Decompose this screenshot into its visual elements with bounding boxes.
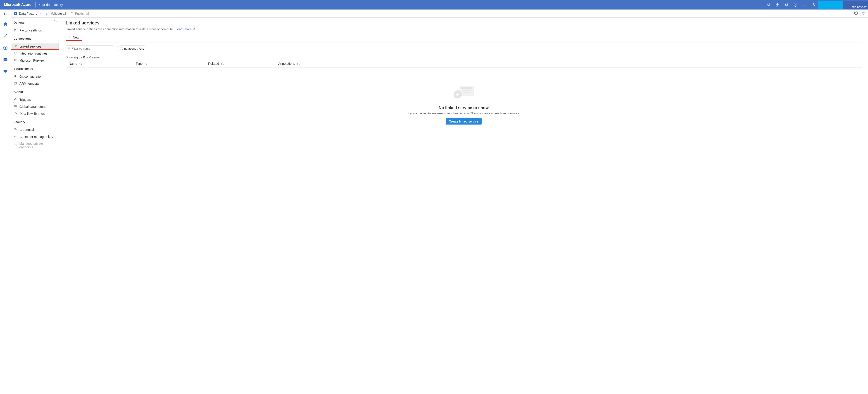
factory-icon xyxy=(13,28,17,32)
rail-learn-icon[interactable] xyxy=(2,67,9,75)
annotations-value: Any xyxy=(139,47,144,50)
col-annotations[interactable]: Annotations ↑↓ xyxy=(278,62,328,65)
section-security-title: Security xyxy=(11,117,59,125)
help-icon[interactable] xyxy=(800,0,809,9)
svg-rect-24 xyxy=(461,87,472,89)
scope-picker[interactable]: Data Factory xyxy=(13,12,42,16)
resource-crumb[interactable]: Your-data-factory xyxy=(35,3,66,6)
col-name[interactable]: Name ↑↓ xyxy=(66,62,136,65)
nav-linked-services[interactable]: Linked services xyxy=(11,43,59,50)
sort-icon[interactable]: ↑↓ xyxy=(79,62,82,65)
sort-icon[interactable]: ↑↓ xyxy=(144,62,148,65)
account-tile-tenant[interactable]: MICROSOFT xyxy=(843,1,868,9)
nav-factory-settings[interactable]: Factory settings xyxy=(11,27,59,34)
result-count: Showing 0 - 0 of 0 items xyxy=(66,55,862,59)
copilot-icon[interactable] xyxy=(773,0,782,9)
create-linked-service-button[interactable]: Create linked service xyxy=(446,118,482,124)
new-button[interactable]: ＋ New xyxy=(66,34,82,41)
nav-dataflow-libraries[interactable]: Data flow libraries xyxy=(11,110,59,117)
delete-button[interactable] xyxy=(862,11,865,16)
annotations-filter[interactable]: Annotations : Any xyxy=(118,46,147,51)
nav-label: Global parameters xyxy=(20,105,45,109)
learn-more-link[interactable]: Learn more xyxy=(176,27,195,31)
refresh-button[interactable] xyxy=(854,11,858,16)
sort-icon[interactable]: ↑↓ xyxy=(221,62,224,65)
bolt-icon xyxy=(13,97,17,102)
chevron-down-icon xyxy=(39,12,42,15)
validate-all-label: Validate all xyxy=(51,12,66,16)
person-icon xyxy=(13,128,17,132)
nav-triggers[interactable]: Triggers xyxy=(11,96,59,103)
svg-point-13 xyxy=(16,53,17,53)
left-rail xyxy=(0,9,11,394)
svg-rect-26 xyxy=(462,92,471,93)
nav-microsoft-purview[interactable]: Microsoft Purview xyxy=(11,57,59,64)
sort-icon[interactable]: ↑↓ xyxy=(297,62,300,65)
rail-monitor-icon[interactable] xyxy=(2,44,9,52)
account-tile-light[interactable] xyxy=(818,1,843,9)
runtime-icon xyxy=(13,51,17,55)
col-related[interactable]: Related ↑↓ xyxy=(208,62,278,65)
feedback-icon[interactable] xyxy=(809,0,818,9)
svg-rect-25 xyxy=(462,90,471,91)
cloud-icon xyxy=(13,144,17,147)
page-title: Linked services xyxy=(66,20,862,26)
svg-rect-2 xyxy=(776,5,777,6)
action-bar: Data Factory Validate all Publish all xyxy=(11,9,868,18)
key-icon xyxy=(13,135,17,139)
new-button-label: New xyxy=(73,35,79,39)
nav-managed-private-endpoints: Managed private endpoints xyxy=(11,140,59,150)
filter-icon xyxy=(68,47,70,50)
page-subtitle: Linked service defines the connection in… xyxy=(66,27,862,31)
section-connections-title: Connections xyxy=(11,34,59,42)
nav-arm-template[interactable]: ARM template xyxy=(11,80,59,87)
plus-icon: ＋ xyxy=(67,35,71,39)
empty-illustration-icon xyxy=(451,83,476,102)
publish-all-label: Publish all xyxy=(75,12,90,16)
validate-all-button[interactable]: Validate all xyxy=(46,12,66,16)
brand[interactable]: Microsoft Azure xyxy=(0,2,35,7)
filter-by-name-input[interactable] xyxy=(72,47,111,50)
nav-global-parameters[interactable]: Global parameters xyxy=(11,103,59,110)
nav-git-configuration[interactable]: Git configuration xyxy=(11,73,59,80)
nav-customer-managed-key[interactable]: Customer managed key xyxy=(11,133,59,140)
nav-label: Triggers xyxy=(20,98,31,102)
section-general-title: General xyxy=(11,18,59,26)
nav-label: Microsoft Purview xyxy=(20,59,44,62)
rail-author-icon[interactable] xyxy=(2,32,9,40)
tenant-label: MICROSOFT xyxy=(852,6,867,9)
svg-point-22 xyxy=(14,136,16,137)
svg-point-3 xyxy=(795,4,796,5)
svg-rect-9 xyxy=(3,58,7,59)
filter-input-wrap[interactable] xyxy=(66,46,113,51)
svg-rect-10 xyxy=(4,60,6,60)
nav-label: Factory settings xyxy=(20,29,42,32)
publish-all-button[interactable]: Publish all xyxy=(70,12,90,16)
svg-rect-1 xyxy=(778,3,779,4)
svg-rect-29 xyxy=(457,93,458,96)
manage-nav: General Factory settings Connections Lin… xyxy=(11,18,59,394)
nav-label: Credentials xyxy=(20,128,35,132)
nav-label: Managed private endpoints xyxy=(19,142,56,149)
nav-integration-runtimes[interactable]: Integration runtimes xyxy=(11,50,59,57)
nav-label: Integration runtimes xyxy=(20,52,48,55)
section-author-title: Author xyxy=(11,87,59,95)
svg-rect-15 xyxy=(14,82,16,84)
azure-topbar: Microsoft Azure Your-data-factory MICROS… xyxy=(0,0,868,9)
notifications-icon[interactable] xyxy=(782,0,791,9)
svg-point-7 xyxy=(4,47,6,49)
empty-desc: If you expected to see results, try chan… xyxy=(66,112,862,115)
svg-point-5 xyxy=(813,3,814,4)
svg-point-12 xyxy=(14,53,15,53)
nav-label: Git configuration xyxy=(20,75,42,78)
settings-icon[interactable] xyxy=(791,0,800,9)
svg-point-14 xyxy=(15,60,16,60)
nav-credentials[interactable]: Credentials xyxy=(11,126,59,133)
rail-expand-button[interactable] xyxy=(2,12,9,16)
rail-manage-icon[interactable] xyxy=(2,56,9,63)
announcements-icon[interactable] xyxy=(764,0,773,9)
col-type[interactable]: Type ↑↓ xyxy=(136,62,208,65)
rail-home-icon[interactable] xyxy=(2,20,9,28)
collapse-panel-button[interactable] xyxy=(54,19,57,23)
nav-label: ARM template xyxy=(20,82,39,85)
